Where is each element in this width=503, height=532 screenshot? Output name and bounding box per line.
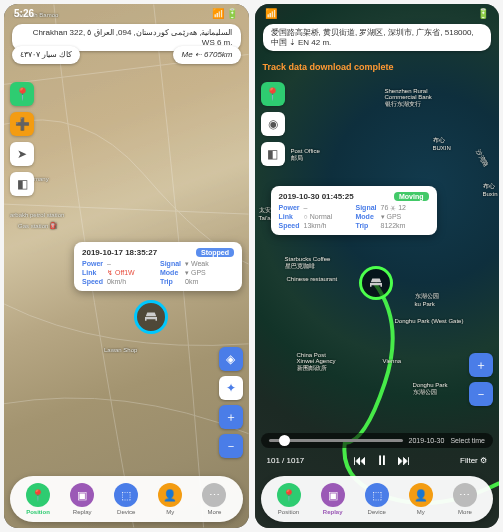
locate-button[interactable]: 📍 bbox=[10, 82, 34, 106]
nav-more[interactable]: ⋯More bbox=[202, 483, 226, 515]
nav-replay[interactable]: ▣Replay bbox=[321, 483, 345, 515]
link-value: ↯ Off1W bbox=[107, 269, 156, 277]
more-icon: ⋯ bbox=[453, 483, 477, 507]
battery-icon: 📶 🔋 bbox=[212, 8, 239, 19]
nav-my[interactable]: 👤My bbox=[409, 483, 433, 515]
zoom-buttons-left: ◈ ✦ ＋ － bbox=[219, 347, 243, 458]
battery-icon: 🔋 bbox=[477, 8, 489, 19]
download-banner: Track data download complete bbox=[263, 62, 492, 72]
poi-label: 布心 Buxin bbox=[483, 182, 498, 197]
replay-icon: ▣ bbox=[70, 483, 94, 507]
status-badge-moving: Moving bbox=[394, 192, 429, 201]
playback-controls: 2019-10-30 Select time 101 / 1017 ⏮ ⏸ ⏭ … bbox=[261, 433, 494, 472]
zoom-in-button[interactable]: ＋ bbox=[219, 405, 243, 429]
zoom-buttons-right: ＋ － bbox=[469, 353, 493, 406]
link-label: Link bbox=[82, 269, 103, 277]
poi-label: 布心 BUXIN bbox=[433, 136, 451, 151]
arrow-button[interactable]: ➤ bbox=[10, 142, 34, 166]
poi-label: Donghu Park (West Gate) bbox=[395, 318, 464, 324]
poi-label: Chinese restaurant bbox=[287, 276, 338, 282]
slider-hint: Select time bbox=[450, 437, 485, 444]
compass-button[interactable]: ✦ bbox=[219, 376, 243, 400]
trip-label: Trip bbox=[160, 278, 181, 285]
info-popup-right: 2019-10-30 01:45:25 Moving Power– Signal… bbox=[271, 186, 437, 235]
popup-timestamp: 2019-10-30 01:45:25 bbox=[279, 192, 354, 201]
nav-my[interactable]: 👤My bbox=[158, 483, 182, 515]
poi-label: Lawan Shop bbox=[104, 347, 137, 353]
filter-button[interactable]: Filter ⚙ bbox=[460, 456, 487, 465]
zoom-out-button[interactable]: － bbox=[469, 382, 493, 406]
side-buttons-left: 📍 ➕ ➤ ◧ bbox=[10, 82, 34, 196]
power-label: Power bbox=[82, 260, 103, 268]
odometer-pill-left[interactable]: Me ⇠ 6705km bbox=[173, 46, 240, 64]
my-icon: 👤 bbox=[158, 483, 182, 507]
nav-device[interactable]: ⬚Device bbox=[114, 483, 138, 515]
position-icon: 📍 bbox=[277, 483, 301, 507]
layers-button[interactable]: ◧ bbox=[10, 172, 34, 196]
signal-label: Signal bbox=[356, 204, 377, 212]
address-pill-right[interactable]: 爱国路高架桥, 黄贝街道, 罗湖区, 深圳市, 广东省, 518000, 中国 … bbox=[263, 24, 492, 51]
nav-position[interactable]: 📍Position bbox=[26, 483, 50, 515]
poi-label: Post Office 邮局 bbox=[291, 148, 320, 163]
signal-label: Signal bbox=[160, 260, 181, 268]
bottom-nav-left: 📍Position ▣Replay ⬚Device 👤My ⋯More bbox=[10, 476, 243, 522]
locate-button[interactable]: 📍 bbox=[261, 82, 285, 106]
status-badge-stopped: Stopped bbox=[196, 248, 234, 257]
trip-label: Trip bbox=[356, 222, 377, 229]
slider-thumb[interactable] bbox=[279, 435, 290, 446]
nav-replay[interactable]: ▣Replay bbox=[70, 483, 94, 515]
phone-right: 📶 🔋 爱国路高架桥, 黄贝街道, 罗湖区, 深圳市, 广东省, 518000,… bbox=[255, 4, 500, 528]
vehicle-marker-right[interactable] bbox=[359, 266, 393, 300]
zoom-out-button[interactable]: － bbox=[219, 434, 243, 458]
status-bar-left: 5:26 📶 🔋 bbox=[4, 4, 249, 22]
frame-counter: 101 / 1017 bbox=[267, 456, 305, 465]
signal-value: ▾ Weak bbox=[185, 260, 234, 268]
info-popup-left: 2019-10-17 18:35:27 Stopped Power– Signa… bbox=[74, 242, 242, 291]
poi-label: Shenzhen Rural Commercial Bank 银行东湖支行 bbox=[385, 88, 432, 109]
vehicle-marker-left[interactable] bbox=[134, 300, 168, 334]
power-label: Power bbox=[279, 204, 300, 212]
device-icon: ⬚ bbox=[365, 483, 389, 507]
more-icon: ⋯ bbox=[202, 483, 226, 507]
signal-icon: 📶 bbox=[265, 8, 277, 19]
signal-value: 76 ⚹ 12 bbox=[381, 204, 429, 212]
speed-value: 13km/h bbox=[304, 222, 352, 229]
layers-button[interactable]: ◧ bbox=[261, 142, 285, 166]
poi-label: arbakh petrol station bbox=[10, 212, 64, 218]
poi-label: Starbucks Coffee 星巴克咖啡 bbox=[285, 256, 331, 271]
poi-label: Gas station ⛽ bbox=[18, 222, 57, 229]
trip-value: 8122km bbox=[381, 222, 429, 229]
slider-date: 2019-10-30 bbox=[409, 437, 445, 444]
mode-value: ▾ GPS bbox=[185, 269, 234, 277]
link-value: ○ Normal bbox=[304, 213, 352, 221]
power-value: – bbox=[304, 204, 352, 212]
mode-label: Mode bbox=[356, 213, 377, 221]
poi-label: China Post Xinwei Agency 新围邮政所 bbox=[297, 352, 336, 373]
slider-track[interactable] bbox=[269, 439, 403, 442]
add-button[interactable]: ➕ bbox=[10, 112, 34, 136]
clock: 5:26 bbox=[14, 8, 34, 19]
nav-device[interactable]: ⬚Device bbox=[365, 483, 389, 515]
poi-label: Vienna bbox=[383, 358, 402, 364]
forward-button[interactable]: ⏭ bbox=[397, 452, 411, 468]
speed-label: Speed bbox=[279, 222, 300, 229]
transport-buttons: ⏮ ⏸ ⏭ bbox=[353, 452, 411, 468]
my-icon: 👤 bbox=[409, 483, 433, 507]
time-slider[interactable]: 2019-10-30 Select time bbox=[261, 433, 494, 448]
tag-pill-left[interactable]: كاك سيار ٤٣٧٠٧ bbox=[12, 46, 80, 64]
poi-label: 东湖公园 ku Park bbox=[415, 292, 439, 307]
mode-value: ▾ GPS bbox=[381, 213, 429, 221]
replay-icon: ▣ bbox=[321, 483, 345, 507]
rewind-button[interactable]: ⏮ bbox=[353, 452, 367, 468]
bottom-nav-right: 📍Position ▣Replay ⬚Device 👤My ⋯More bbox=[261, 476, 494, 522]
trip-value: 0km bbox=[185, 278, 234, 285]
side-buttons-right: 📍 ◉ ◧ bbox=[261, 82, 285, 166]
speed-value: 0km/h bbox=[107, 278, 156, 285]
nav-position[interactable]: 📍Position bbox=[277, 483, 301, 515]
nav-more[interactable]: ⋯More bbox=[453, 483, 477, 515]
center-button[interactable]: ◈ bbox=[219, 347, 243, 371]
poi-label: Donghu Park 东湖公园 bbox=[413, 382, 448, 397]
home-button[interactable]: ◉ bbox=[261, 112, 285, 136]
zoom-in-button[interactable]: ＋ bbox=[469, 353, 493, 377]
pause-button[interactable]: ⏸ bbox=[375, 452, 389, 468]
